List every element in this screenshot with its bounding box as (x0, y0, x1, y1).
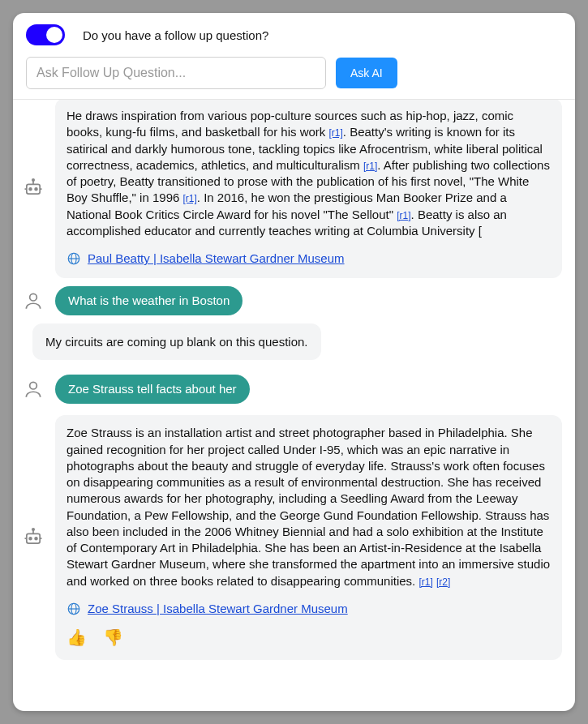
svg-point-2 (35, 188, 37, 191)
svg-point-10 (30, 294, 37, 302)
bot-row: My circuits are coming up blank on this … (21, 315, 562, 360)
globe-icon (67, 251, 81, 266)
bot-row: Zoe Strauss is an installation artist an… (21, 415, 562, 660)
bot-message: My circuits are coming up blank on this … (32, 323, 321, 360)
input-row: Ask AI (26, 57, 562, 89)
user-message: What is the weather in Boston (55, 286, 242, 315)
followup-toggle[interactable] (26, 24, 65, 45)
bot-avatar (21, 526, 45, 549)
user-row: What is the weather in Boston (21, 286, 562, 315)
source-row: Paul Beatty | Isabella Stewart Gardner M… (67, 251, 551, 267)
user-message: Zoe Strauss tell facts about her (55, 375, 250, 404)
source-link[interactable]: Paul Beatty | Isabella Stewart Gardner M… (88, 251, 345, 267)
citation-r1[interactable]: [r1] (397, 210, 410, 221)
svg-point-14 (35, 538, 37, 540)
svg-point-13 (29, 538, 32, 540)
bot-row: He draws inspiration from various pop-cu… (21, 100, 562, 278)
app-card: Do you have a follow up question? Ask AI (13, 13, 575, 711)
source-row: Zoe Strauss | Isabella Stewart Gardner M… (67, 601, 551, 617)
chat-scroll[interactable]: He draws inspiration from various pop-cu… (13, 100, 575, 711)
svg-point-16 (32, 529, 34, 530)
text-segment: Zoe Strauss is an installation artist an… (67, 426, 550, 587)
source-link[interactable]: Zoe Strauss | Isabella Stewart Gardner M… (88, 601, 348, 617)
thumbs-down-button[interactable]: 👎 (103, 627, 123, 649)
toggle-row: Do you have a follow up question? (26, 24, 562, 45)
thumbs-up-button[interactable]: 👍 (67, 627, 87, 649)
robot-icon (22, 177, 45, 199)
globe-icon (67, 602, 81, 616)
citation-r2[interactable]: [r2] (436, 576, 450, 588)
bot-avatar (21, 177, 45, 199)
citation-r1[interactable]: [r1] (182, 193, 196, 204)
svg-point-4 (32, 179, 34, 181)
ask-ai-button[interactable]: Ask AI (336, 58, 397, 88)
header: Do you have a follow up question? Ask AI (13, 13, 575, 100)
bot-message: Zoe Strauss is an installation artist an… (55, 415, 562, 660)
person-icon (23, 290, 44, 311)
user-avatar (21, 379, 45, 400)
svg-point-11 (30, 383, 37, 390)
citation-r1[interactable]: [r1] (363, 161, 377, 172)
citation-r1[interactable]: [r1] (418, 576, 432, 588)
person-icon (23, 379, 44, 400)
citation-r1[interactable]: [r1] (328, 127, 342, 139)
followup-input[interactable] (26, 57, 326, 89)
user-row: Zoe Strauss tell facts about her (21, 375, 562, 404)
svg-point-1 (29, 188, 32, 191)
feedback-row: 👍 👎 (67, 627, 551, 649)
bot-message: He draws inspiration from various pop-cu… (55, 100, 562, 278)
followup-toggle-label: Do you have a follow up question? (83, 28, 268, 42)
robot-icon (22, 526, 45, 549)
user-avatar (21, 290, 45, 311)
